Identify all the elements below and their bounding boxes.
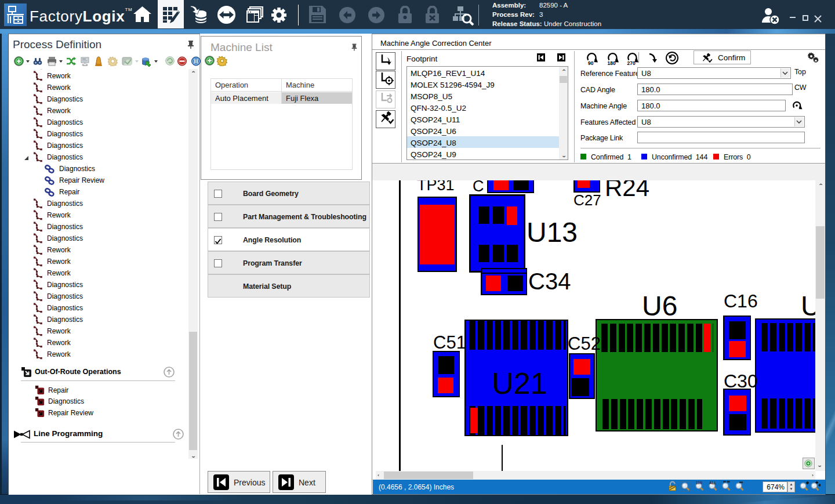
svg-text:100: 100: [696, 481, 702, 485]
svg-text:90: 90: [588, 60, 594, 66]
svg-text:180: 180: [608, 60, 616, 66]
svg-text:ALL: ALL: [709, 481, 717, 485]
svg-text:270: 270: [627, 60, 636, 66]
